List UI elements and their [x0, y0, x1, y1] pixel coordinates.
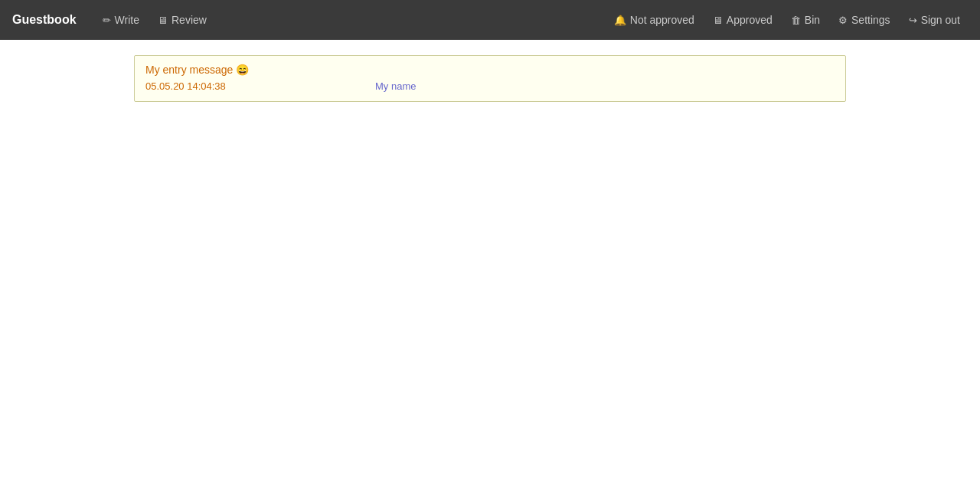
nav-write[interactable]: ✏ Write — [95, 9, 147, 31]
entry-card: My entry message 😄 05.05.20 14:04:38 My … — [134, 55, 846, 102]
write-icon: ✏ — [103, 15, 111, 26]
nav-review-label: Review — [172, 14, 207, 26]
approved-icon: 🖥 — [713, 15, 723, 26]
main-content: My entry message 😄 05.05.20 14:04:38 My … — [0, 40, 980, 117]
settings-label: Settings — [851, 14, 890, 26]
bin-icon: 🗑 — [791, 15, 801, 26]
review-icon: 🖥 — [158, 15, 168, 26]
nav-review[interactable]: 🖥 Review — [150, 9, 214, 31]
main-nav: ✏ Write 🖥 Review — [95, 9, 606, 31]
bin-label: Bin — [805, 14, 820, 26]
bin-link[interactable]: 🗑 Bin — [783, 9, 828, 31]
approved-link[interactable]: 🖥 Approved — [705, 9, 780, 31]
sign-out-link[interactable]: ↪ Sign out — [901, 9, 968, 31]
nav-write-label: Write — [115, 14, 139, 26]
brand-logo: Guestbook — [12, 13, 77, 27]
not-approved-label: Not approved — [630, 14, 694, 26]
not-approved-link[interactable]: 🔔 Not approved — [606, 9, 702, 31]
main-header: Guestbook ✏ Write 🖥 Review 🔔 Not approve… — [0, 0, 980, 40]
not-approved-icon: 🔔 — [614, 15, 626, 26]
sign-out-label: Sign out — [921, 14, 960, 26]
entry-author: My name — [375, 80, 416, 92]
entry-datetime: 05.05.20 14:04:38 — [145, 80, 375, 92]
entry-message: My entry message 😄 — [145, 64, 835, 76]
header-actions: 🔔 Not approved 🖥 Approved 🗑 Bin ⚙ Settin… — [606, 9, 968, 31]
sign-out-icon: ↪ — [909, 15, 917, 26]
entry-meta: 05.05.20 14:04:38 My name — [145, 80, 835, 92]
settings-icon: ⚙ — [838, 15, 848, 26]
approved-label: Approved — [727, 14, 773, 26]
settings-link[interactable]: ⚙ Settings — [831, 9, 898, 31]
